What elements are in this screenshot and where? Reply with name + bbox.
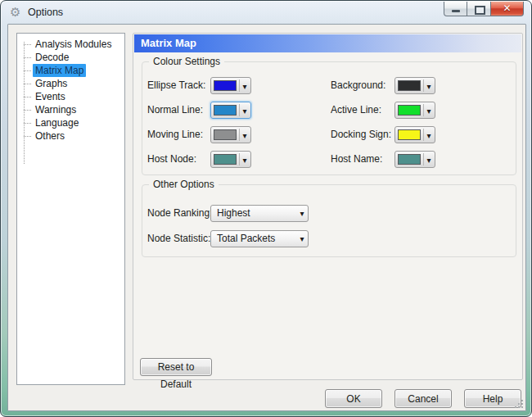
chevron-down-icon[interactable] [239,127,250,143]
tree-branch [24,136,31,137]
group-title: Colour Settings [149,56,224,68]
background-color-picker[interactable] [394,77,435,94]
chevron-down-icon[interactable] [423,78,435,93]
node-ranking-label: Node Ranking: [147,205,212,222]
host-name-label: Host Name: [331,151,382,168]
color-swatch [398,105,421,116]
minimize-button[interactable] [444,2,467,16]
tree-branch [24,123,31,124]
sidebar-item-label[interactable]: Events [33,90,68,103]
sidebar-item-label[interactable]: Graphs [33,77,70,90]
moving-line-color-picker[interactable] [210,126,251,143]
color-swatch [398,129,421,140]
chevron-down-icon[interactable] [296,231,308,247]
color-swatch [398,80,421,91]
docking-sign-label: Docking Sign: [331,126,391,143]
sidebar-item-graphs[interactable]: Graphs [17,77,124,90]
color-swatch [398,154,421,165]
node-statistic-label: Node Statistic: [147,230,210,247]
sidebar-item-matrix-map[interactable]: Matrix Map [17,64,124,77]
resize-grip[interactable] [514,399,523,408]
gear-icon [10,6,23,19]
sidebar-item-events[interactable]: Events [17,90,124,103]
cancel-button[interactable]: Cancel [394,389,452,408]
sidebar-item-warnings[interactable]: Warnings [17,103,124,116]
sidebar-item-label[interactable]: Language [33,116,81,129]
active-line-label: Active Line: [331,102,381,119]
chevron-down-icon[interactable] [239,102,250,118]
sidebar-item-analysis-modules[interactable]: Analysis Modules [17,38,124,51]
chevron-down-icon[interactable] [239,78,250,93]
color-swatch [214,80,237,91]
color-swatch [214,105,237,116]
chevron-down-icon[interactable] [239,152,250,167]
maximize-button[interactable] [467,2,491,16]
background-label: Background: [331,77,385,94]
sidebar-item-label[interactable]: Others [33,129,67,143]
close-button[interactable] [491,2,524,16]
group-title: Other Options [149,179,219,191]
tree-branch [24,70,31,71]
sidebar-item-others[interactable]: Others [17,129,124,143]
other-options-group: Other Options Node Ranking: Highest Node… [142,184,516,257]
selected-value: Total Packets [217,233,275,244]
chevron-down-icon[interactable] [296,206,308,221]
settings-panel: Matrix Map Colour Settings Ellipse Track… [133,33,523,380]
options-dialog: Options Analysis Modules Decode Matrix M… [0,0,532,417]
ok-button[interactable]: OK [325,389,382,408]
sidebar-item-label[interactable]: Matrix Map [33,64,86,77]
host-node-label: Host Node: [147,151,196,168]
help-button[interactable]: Help [464,389,521,408]
node-statistic-select[interactable]: Total Packets [210,230,309,247]
tree-branch [24,97,31,97]
sidebar-item-language[interactable]: Language [17,116,124,129]
tree-branch [24,44,31,45]
node-ranking-select[interactable]: Highest [210,205,309,222]
selected-value: Highest [217,207,250,219]
color-swatch [214,154,237,165]
chevron-down-icon[interactable] [423,152,435,167]
host-name-color-picker[interactable] [394,151,435,168]
category-tree: Analysis Modules Decode Matrix Map Graph… [16,33,125,385]
chevron-down-icon[interactable] [423,102,435,118]
tree-branch [24,57,31,58]
chevron-down-icon[interactable] [423,127,435,143]
moving-line-label: Moving Line: [147,126,203,143]
window-controls [444,2,524,16]
window-title: Options [28,7,63,18]
host-node-color-picker[interactable] [210,151,251,168]
docking-sign-color-picker[interactable] [394,126,435,143]
sidebar-item-label[interactable]: Warnings [33,103,79,116]
page-title: Matrix Map [134,34,521,52]
dialog-content: Analysis Modules Decode Matrix Map Graph… [7,24,526,411]
ellipse-track-label: Ellipse Track: [147,77,205,94]
colour-settings-group: Colour Settings Ellipse Track: Normal Li… [142,61,516,175]
sidebar-item-decode[interactable]: Decode [17,51,124,64]
sidebar-item-label[interactable]: Analysis Modules [33,38,114,51]
reset-to-default-button[interactable]: Reset to Default [140,358,212,376]
sidebar-item-label[interactable]: Decode [33,51,71,64]
title-bar[interactable]: Options [1,1,531,24]
color-swatch [214,129,237,140]
normal-line-color-picker[interactable] [210,102,251,119]
tree-branch [24,84,31,84]
ellipse-track-color-picker[interactable] [210,77,251,94]
active-line-color-picker[interactable] [394,102,435,119]
tree-branch [24,110,31,111]
normal-line-label: Normal Line: [147,102,203,119]
